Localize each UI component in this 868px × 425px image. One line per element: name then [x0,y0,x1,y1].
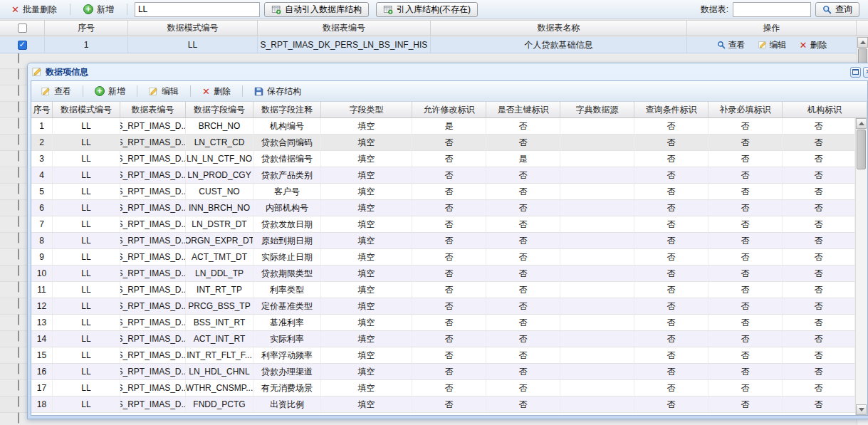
row-checkbox[interactable] [18,347,19,358]
grid-row[interactable]: 2LLS_RPT_IMAS_D...LN_CTR_CD贷款合同编码填空否否否否否 [31,135,855,151]
row-checkbox[interactable] [18,68,19,80]
grid-row[interactable]: 4LLS_RPT_IMAS_D...LN_PROD_CGY贷款产品类别填空否否否… [31,167,855,184]
scrollbar-thumb[interactable] [857,130,866,169]
close-button[interactable]: ✕ [863,67,868,78]
row-checkbox[interactable] [18,41,27,50]
row-checkbox[interactable] [18,314,19,325]
modal-column-header[interactable]: 数据字段编号 [186,102,253,117]
modal-column-header[interactable]: 查询条件标识 [634,102,708,117]
grid-row[interactable]: 15LLS_RPT_IMAS_D...INT_RT_FLT_F...利率浮动频率… [31,347,855,364]
row-checkbox[interactable] [18,167,19,178]
row-checkbox[interactable] [18,101,19,112]
row-checkbox[interactable] [18,134,19,145]
table-row[interactable]: 1 LL S_RPT_IMAS_DK_PERS_LN_BS_INF_HIS 个人… [0,37,857,53]
row-checkbox[interactable] [18,117,19,129]
filter-input[interactable] [135,2,260,17]
main-column-header[interactable]: 数据表编号 [258,21,431,36]
row-checkbox[interactable] [18,412,19,424]
scroll-up-button[interactable] [856,118,867,129]
grid-cell: 填空 [321,282,412,298]
modal-column-header[interactable]: 字段类型 [321,102,412,117]
grid-row[interactable]: 9LLS_RPT_IMAS_D...ACT_TMT_DT实际终止日期填空否否否否… [31,249,855,266]
row-checkbox[interactable] [18,363,19,374]
row-checkbox[interactable] [18,183,19,194]
grid-row[interactable]: 14LLS_RPT_IMAS_D...ACT_INT_RT实际利率填空否否否否否 [31,331,855,347]
close-icon: ✕ [865,68,868,75]
row-edit-button[interactable]: 编辑 [758,39,787,51]
scrollbar-track[interactable] [856,170,867,404]
row-delete-button[interactable]: ✕ 删除 [800,39,827,51]
grid-cell: 填空 [321,233,412,248]
modal-column-header[interactable]: 数据表编号 [120,102,186,117]
modal-add-button[interactable]: + 新增 [89,83,131,100]
toolbar-separator [83,85,83,97]
grid-row[interactable]: 17LLS_RPT_IMAS_D...WTHR_CNSMP...有无消费场景填空… [31,380,855,397]
grid-row[interactable]: 16LLS_RPT_IMAS_D...LN_HDL_CHNL贷款办理渠道填空否否… [31,364,855,380]
grid-cell: S_RPT_IMAS_D... [120,118,186,134]
modal-column-header[interactable]: 是否主键标识 [486,102,560,117]
modal-save-button[interactable]: 保存结构 [249,83,307,100]
row-checkbox[interactable] [18,396,19,407]
grid-cell: 否 [634,184,708,199]
row-checkbox[interactable] [18,330,19,342]
row-checkbox[interactable] [18,216,19,227]
grid-row[interactable]: 11LLS_RPT_IMAS_D...INT_RT_TP利率类型填空否否否否否 [31,282,855,298]
grid-cell: LL [53,118,120,134]
modal-column-header[interactable]: 机构标识 [783,102,867,117]
scroll-up-button[interactable] [857,37,868,48]
row-checkbox[interactable] [18,248,19,260]
row-checkbox[interactable] [18,232,19,243]
row-checkbox[interactable] [18,298,19,309]
main-column-header[interactable]: 数据表名称 [431,21,687,36]
grid-row[interactable]: 3LLS_RPT_IMAS_D...LN_LN_CTF_NO贷款借据编号填空否是… [31,151,855,167]
grid-row[interactable]: 13LLS_RPT_IMAS_D...BSS_INT_RT基准利率填空否否否否否 [31,315,855,331]
row-checkbox[interactable] [18,199,19,211]
import-missing-structure-button[interactable]: 引入库结构(不存在) [376,2,478,17]
modal-add-label: 新增 [108,85,125,98]
modal-view-button[interactable]: 查看 [36,83,77,100]
main-column-header[interactable]: 操作 [687,21,857,36]
row-checkbox[interactable] [18,379,19,391]
datatable-input[interactable] [733,2,811,17]
auto-import-structure-button[interactable]: 自动引入数据库结构 [264,2,369,17]
modal-delete-label: 删除 [214,85,231,98]
row-checkbox[interactable] [18,281,19,293]
row-checkbox[interactable] [18,265,19,276]
maximize-button[interactable] [850,67,861,78]
modal-delete-button[interactable]: ✕ 删除 [197,83,236,100]
grid-cell: 否 [783,167,855,183]
modal-column-header[interactable]: 字典数据源 [560,102,634,117]
grid-row[interactable]: 1LLS_RPT_IMAS_D...BRCH_NO机构编号填空是否否否否 [31,118,855,135]
grid-row[interactable]: 8LLS_RPT_IMAS_D...ORGN_EXPR_DT原始到期日期填空否否… [31,233,855,249]
grid-row[interactable]: 10LLS_RPT_IMAS_D...LN_DDL_TP贷款期限类型填空否否否否… [31,266,855,282]
grid-row[interactable]: 6LLS_RPT_IMAS_D...INN_BRCH_NO内部机构号填空否否否否… [31,200,855,216]
select-all-checkbox[interactable] [18,23,27,33]
main-column-header[interactable]: 序号 [45,21,128,36]
row-checkbox[interactable] [18,52,19,63]
batch-delete-button[interactable]: ✕ 批量删除 [6,1,63,18]
grid-cell: 填空 [321,118,412,134]
modal-column-header[interactable]: 数据字段注释 [253,102,321,117]
grid-row[interactable]: 5LLS_RPT_IMAS_D...CUST_NO客户号填空否否否否否 [31,184,855,200]
search-button[interactable]: 查询 [815,2,859,17]
modal-titlebar[interactable]: 数据项信息 ✕ [31,63,868,80]
modal-column-header[interactable]: 序号 [31,102,53,117]
add-button[interactable]: + 新增 [78,1,120,18]
modal-scrollbar[interactable] [855,118,867,415]
delete-label: 删除 [810,39,827,51]
row-view-button[interactable]: 查看 [717,39,746,51]
scroll-down-button[interactable] [856,404,867,415]
search-label: 查询 [835,4,852,16]
grid-cell: 否 [708,298,783,314]
grid-row[interactable]: 12LLS_RPT_IMAS_D...PRCG_BSS_TP定价基准类型填空否否… [31,298,855,315]
modal-column-header[interactable]: 补录必填标识 [708,102,783,117]
main-column-header[interactable]: 数据模式编号 [128,21,258,36]
row-checkbox[interactable] [18,150,19,162]
grid-row[interactable]: 18LLS_RPT_IMAS_D...FNDD_PCTG出资比例填空否否否否否 [31,397,855,413]
modal-column-header[interactable]: 允许修改标识 [412,102,486,117]
grid-cell: 否 [412,347,486,363]
modal-edit-button[interactable]: 编辑 [143,83,184,100]
row-checkbox[interactable] [18,85,19,96]
grid-row[interactable]: 7LLS_RPT_IMAS_D...LN_DSTR_DT贷款发放日期填空否否否否… [31,216,855,233]
modal-column-header[interactable]: 数据模式编号 [53,102,120,117]
